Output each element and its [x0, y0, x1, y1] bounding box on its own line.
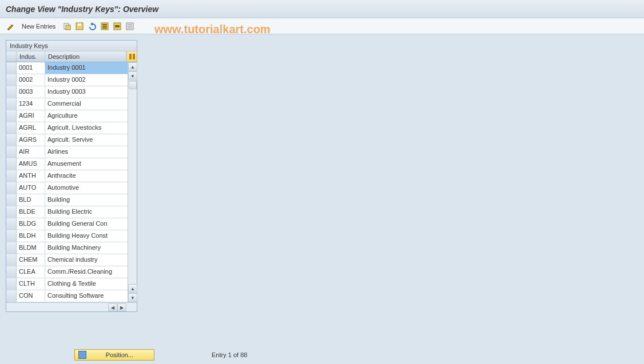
row-selector[interactable] [6, 194, 17, 206]
row-selector[interactable] [6, 242, 17, 254]
scroll-track[interactable] [128, 81, 137, 284]
cell-description[interactable]: Consulting Software [45, 290, 128, 302]
selectall-icon[interactable] [100, 22, 109, 31]
row-selector[interactable] [6, 86, 17, 98]
scroll-up2-icon[interactable]: ▲ [128, 284, 137, 293]
scroll-down-icon[interactable]: ▼ [128, 71, 137, 81]
table-row[interactable]: CLTHClothing & Textile [6, 278, 128, 290]
cell-indus[interactable]: CLEA [17, 266, 45, 278]
cell-description[interactable]: Commercial [45, 98, 128, 110]
table-row[interactable]: BLDBuilding [6, 194, 128, 206]
row-selector[interactable] [6, 218, 17, 230]
cell-indus[interactable]: 0001 [17, 62, 45, 74]
scroll-right-icon[interactable]: ▶ [117, 303, 126, 311]
selectblock-icon[interactable] [113, 22, 122, 31]
cell-description[interactable]: Industry 0001 [45, 62, 128, 74]
cell-description[interactable]: Building Heavy Const [45, 230, 128, 242]
undo-icon[interactable] [88, 22, 97, 31]
cell-description[interactable]: Building Machinery [45, 242, 128, 254]
cell-indus[interactable]: BLDE [17, 206, 45, 218]
scroll-down2-icon[interactable]: ▼ [128, 293, 137, 302]
cell-description[interactable]: Industry 0002 [45, 74, 128, 86]
row-selector[interactable] [6, 170, 17, 182]
row-selector[interactable] [6, 230, 17, 242]
column-header-description[interactable]: Description [45, 51, 126, 62]
deselect-icon[interactable] [125, 22, 134, 31]
cell-description[interactable]: Building [45, 194, 128, 206]
scroll-thumb[interactable] [129, 81, 137, 89]
cell-indus[interactable]: AIR [17, 146, 45, 158]
table-row[interactable]: AIRAirlines [6, 146, 128, 158]
cell-indus[interactable]: ANTH [17, 170, 45, 182]
cell-description[interactable]: Agriculture [45, 110, 128, 122]
scroll-left-icon[interactable]: ◀ [108, 303, 117, 311]
cell-description[interactable]: Comm./Resid.Cleaning [45, 266, 128, 278]
table-row[interactable]: 0003Industry 0003 [6, 86, 128, 98]
row-selector[interactable] [6, 254, 17, 266]
row-selector[interactable] [6, 182, 17, 194]
table-row[interactable]: BLDGBuilding General Con [6, 218, 128, 230]
row-selector[interactable] [6, 74, 17, 86]
row-selector[interactable] [6, 206, 17, 218]
row-selector[interactable] [6, 278, 17, 290]
column-header-indus[interactable]: Indus. [17, 51, 45, 62]
cell-indus[interactable]: CLTH [17, 278, 45, 290]
row-selector[interactable] [6, 146, 17, 158]
cell-indus[interactable]: AGRL [17, 122, 45, 134]
cell-indus[interactable]: BLDM [17, 242, 45, 254]
table-row[interactable]: BLDHBuilding Heavy Const [6, 230, 128, 242]
row-selector[interactable] [6, 158, 17, 170]
cell-description[interactable]: Chemical industry [45, 254, 128, 266]
table-row[interactable]: AUTOAutomotive [6, 182, 128, 194]
table-row[interactable]: CLEAComm./Resid.Cleaning [6, 266, 128, 278]
cell-description[interactable]: Amusement [45, 158, 128, 170]
cell-description[interactable]: Clothing & Textile [45, 278, 128, 290]
new-entries-button[interactable]: New Entries [18, 22, 59, 31]
horizontal-scrollbar[interactable]: ◀ ▶ [6, 302, 137, 311]
row-selector[interactable] [6, 290, 17, 302]
pencil-icon[interactable] [6, 22, 15, 31]
cell-indus[interactable]: CHEM [17, 254, 45, 266]
cell-indus[interactable]: BLDH [17, 230, 45, 242]
vertical-scrollbar[interactable]: ▲ ▼ ▲ ▼ [128, 62, 137, 302]
row-selector[interactable] [6, 122, 17, 134]
row-selector[interactable] [6, 134, 17, 146]
table-row[interactable]: AMUSAmusement [6, 158, 128, 170]
table-row[interactable]: 0002Industry 0002 [6, 74, 128, 86]
table-row[interactable]: CHEMChemical industry [6, 254, 128, 266]
row-selector[interactable] [6, 110, 17, 122]
table-row[interactable]: BLDEBuilding Electric [6, 206, 128, 218]
position-button[interactable]: Position... [74, 349, 154, 361]
cell-indus[interactable]: BLDG [17, 218, 45, 230]
save-icon[interactable] [75, 22, 84, 31]
cell-description[interactable]: Airlines [45, 146, 128, 158]
row-selector[interactable] [6, 266, 17, 278]
table-row[interactable]: 0001Industry 0001 [6, 62, 128, 74]
cell-description[interactable]: Agricult. Servive [45, 134, 128, 146]
table-row[interactable]: AGRIAgriculture [6, 110, 128, 122]
table-config-icon[interactable] [126, 51, 137, 62]
row-selector-header[interactable] [6, 51, 17, 62]
cell-indus[interactable]: AGRS [17, 134, 45, 146]
cell-description[interactable]: Building Electric [45, 206, 128, 218]
cell-description[interactable]: Building General Con [45, 218, 128, 230]
table-row[interactable]: AGRLAgricult. Livestocks [6, 122, 128, 134]
row-selector[interactable] [6, 98, 17, 110]
cell-description[interactable]: Automotive [45, 182, 128, 194]
cell-indus[interactable]: 0003 [17, 86, 45, 98]
table-row[interactable]: BLDMBuilding Machinery [6, 242, 128, 254]
table-row[interactable]: CONConsulting Software [6, 290, 128, 302]
cell-indus[interactable]: CON [17, 290, 45, 302]
cell-indus[interactable]: BLD [17, 194, 45, 206]
cell-indus[interactable]: 1234 [17, 98, 45, 110]
cell-indus[interactable]: 0002 [17, 74, 45, 86]
copy-icon[interactable] [62, 22, 71, 31]
cell-indus[interactable]: AGRI [17, 110, 45, 122]
cell-indus[interactable]: AUTO [17, 182, 45, 194]
table-row[interactable]: 1234Commercial [6, 98, 128, 110]
scroll-up-icon[interactable]: ▲ [128, 62, 137, 71]
table-row[interactable]: ANTHAnthracite [6, 170, 128, 182]
cell-description[interactable]: Agricult. Livestocks [45, 122, 128, 134]
cell-description[interactable]: Anthracite [45, 170, 128, 182]
cell-description[interactable]: Industry 0003 [45, 86, 128, 98]
